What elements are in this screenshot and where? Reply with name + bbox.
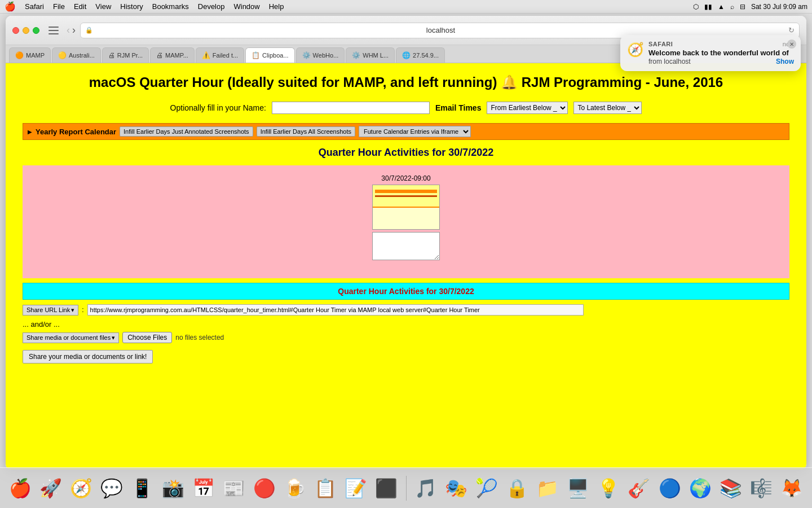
tab-favicon-whm: ⚙️ — [352, 51, 360, 59]
tab-clipboard[interactable]: 📋 Clipboa... — [245, 47, 294, 63]
control-center-icon[interactable]: ⊟ — [740, 3, 745, 11]
close-button[interactable] — [12, 27, 19, 34]
to-latest-select[interactable]: To Latest Below _ — [573, 102, 642, 114]
menubar-right: ⬡ ▮▮ ▲ ⌕ ⊟ Sat 30 Jul 9:09 am — [693, 3, 807, 11]
menu-history[interactable]: History — [120, 2, 143, 11]
back-button[interactable]: ‹ — [67, 24, 70, 36]
dock-display[interactable]: 🖥️ — [564, 474, 592, 503]
dock-safari[interactable]: 🧭 — [68, 474, 95, 503]
forward-button[interactable]: › — [72, 24, 76, 36]
reload-icon[interactable]: ↻ — [788, 26, 795, 34]
tab-rjm[interactable]: 🖨 RJM Pr... — [102, 47, 149, 63]
notification-header: SAFARI now — [648, 41, 794, 47]
menu-bookmarks[interactable]: Bookmarks — [152, 2, 189, 11]
share-media-button[interactable]: Share media or document files ▾ — [23, 332, 119, 343]
dock-drama[interactable]: 🎭 — [443, 474, 470, 503]
maximize-button[interactable] — [33, 27, 39, 34]
dock-world[interactable]: 🌍 — [687, 474, 714, 503]
dropdown-icon: ▾ — [71, 306, 74, 314]
tab-ip[interactable]: 🌐 27.54.9... — [396, 47, 445, 63]
file-row: Share media or document files ▾ Choose F… — [23, 332, 789, 343]
menu-file[interactable]: File — [53, 2, 65, 11]
menu-view[interactable]: View — [95, 2, 111, 11]
infill-annotated-btn[interactable]: Infill Earlier Days Just Annotated Scree… — [120, 126, 253, 137]
dock-filezilla[interactable]: 🎸 — [625, 474, 652, 503]
yearly-report-label: Yearly Report Calendar — [36, 128, 116, 136]
dock-books[interactable]: 📚 — [717, 474, 744, 503]
screenshot-textarea[interactable] — [372, 232, 440, 260]
url-text[interactable]: localhost — [96, 26, 785, 34]
dock-launchpad[interactable]: 🚀 — [37, 474, 64, 503]
dock-mamp[interactable]: 🍺 — [281, 474, 308, 503]
dock-sport[interactable]: 🎾 — [473, 474, 500, 503]
safari-notification: 🧭 SAFARI now Welcome back to the wonderf… — [620, 35, 801, 71]
menu-safari[interactable]: Safari — [25, 2, 44, 11]
datetime: Sat 30 Jul 9:09 am — [751, 3, 807, 11]
dock-messages[interactable]: 💬 — [98, 474, 125, 503]
menubar: 🍎 Safari File Edit View History Bookmark… — [0, 0, 812, 14]
share-media-documents-button[interactable]: Share your media or documents or link! — [23, 350, 153, 364]
tab-mamp[interactable]: 🟠 MAMP — [9, 47, 51, 63]
share-url-input[interactable] — [87, 304, 584, 316]
screenshot-strip1 — [375, 190, 437, 193]
dock-finder2[interactable]: 📁 — [534, 474, 561, 503]
notification-title: Welcome back to the wonderful world of — [648, 49, 794, 57]
dock-news[interactable]: 📰 — [220, 474, 248, 503]
andor-text: ... and/or ... — [23, 320, 789, 329]
dock-facetime[interactable]: 📱 — [129, 474, 156, 503]
tab-favicon-mamp2: 🖨 — [156, 51, 163, 59]
wifi-icon[interactable]: ▲ — [718, 3, 725, 11]
tab-favicon-clipboard: 📋 — [251, 51, 260, 59]
dock-blue[interactable]: 🔵 — [656, 474, 683, 503]
menu-help[interactable]: Help — [269, 2, 284, 11]
battery-icon: ▮▮ — [704, 3, 712, 11]
screenshot-thumbnail[interactable] — [372, 185, 440, 230]
dock-divider — [406, 476, 407, 501]
screenshot-strip2 — [375, 195, 437, 197]
from-earliest-select[interactable]: From Earliest Below _ — [487, 102, 568, 114]
search-icon[interactable]: ⌕ — [730, 3, 734, 11]
tab-favicon-ip: 🌐 — [402, 51, 411, 59]
tab-webho[interactable]: ⚙️ WebHo... — [296, 47, 345, 63]
section-heading: Quarter Hour Activities for 30/7/2022 — [23, 147, 789, 159]
dock-calendar[interactable]: 📅 — [190, 474, 217, 503]
safari-notification-icon: 🧭 — [627, 42, 644, 58]
notification-content: SAFARI now Welcome back to the wonderful… — [648, 41, 794, 65]
menu-develop[interactable]: Develop — [198, 2, 225, 11]
dock-itunes[interactable]: 🎵 — [412, 474, 439, 503]
nav-arrows: ‹ › — [67, 24, 76, 36]
infill-all-btn[interactable]: Infill Earlier Days All Screenshots — [257, 126, 355, 137]
choose-files-button[interactable]: Choose Files — [122, 332, 172, 343]
name-label: Optionally fill in your Name: — [170, 103, 266, 112]
dock-firefox[interactable]: 🦊 — [778, 474, 805, 503]
dock: 🍎 🚀 🧭 💬 📱 📸 📅 📰 🔴 🍺 📋 📝 ⬛ 🎵 🎭 🎾 🔒 📁 🖥️ 💡… — [0, 467, 812, 508]
tab-australi[interactable]: 🟡 Australi... — [52, 47, 101, 63]
bluetooth-icon[interactable]: ⬡ — [693, 3, 699, 11]
name-input[interactable] — [272, 102, 430, 114]
tab-failed[interactable]: ⚠️ Failed t... — [196, 47, 244, 63]
tab-favicon-webho: ⚙️ — [302, 51, 311, 59]
dock-finder[interactable]: 🍎 — [7, 474, 34, 503]
dock-music[interactable]: 🎼 — [748, 474, 775, 503]
minimize-button[interactable] — [23, 27, 29, 34]
tab-mamp2[interactable]: 🖨 MAMP... — [150, 47, 195, 63]
sidebar-toggle[interactable] — [48, 27, 59, 34]
traffic-lights — [12, 27, 39, 34]
dock-notes[interactable]: 📝 — [342, 474, 369, 503]
notification-close-button[interactable]: ✕ — [787, 40, 796, 49]
dock-idea[interactable]: 💡 — [595, 474, 622, 503]
notification-app: SAFARI — [648, 41, 673, 47]
apple-menu[interactable]: 🍎 — [5, 1, 16, 12]
future-calendar-select[interactable]: Future Calendar Entries via Iframe — [359, 126, 471, 137]
share-url-btn-label: Share URL Link — [27, 306, 70, 313]
menu-edit[interactable]: Edit — [74, 2, 86, 11]
notification-show-button[interactable]: Show — [776, 58, 794, 65]
menu-window[interactable]: Window — [233, 2, 259, 11]
share-url-button[interactable]: Share URL Link ▾ — [23, 305, 78, 316]
dock-clipboard[interactable]: 📋 — [312, 474, 339, 503]
dock-terminal[interactable]: ⬛ — [373, 474, 400, 503]
dock-photos[interactable]: 📸 — [160, 474, 187, 503]
dock-red-app[interactable]: 🔴 — [251, 474, 278, 503]
dock-lock[interactable]: 🔒 — [504, 474, 531, 503]
tab-whm[interactable]: ⚙️ WHM L... — [346, 47, 395, 63]
